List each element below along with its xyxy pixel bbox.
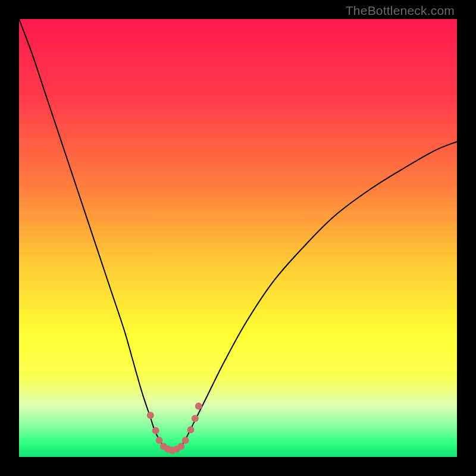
threshold-dot: [187, 426, 195, 433]
outer-frame: TheBottleneck.com: [0, 0, 476, 476]
threshold-dot: [177, 443, 184, 450]
threshold-dot: [182, 437, 189, 444]
bottleneck-curve: [19, 19, 457, 450]
threshold-dot: [192, 415, 199, 422]
threshold-dot: [147, 412, 154, 419]
threshold-dot: [195, 403, 202, 410]
threshold-dot: [152, 427, 159, 434]
threshold-dot: [156, 437, 163, 444]
curve-layer: [19, 19, 457, 457]
watermark-text: TheBottleneck.com: [346, 4, 455, 18]
plot-area: [19, 19, 457, 457]
